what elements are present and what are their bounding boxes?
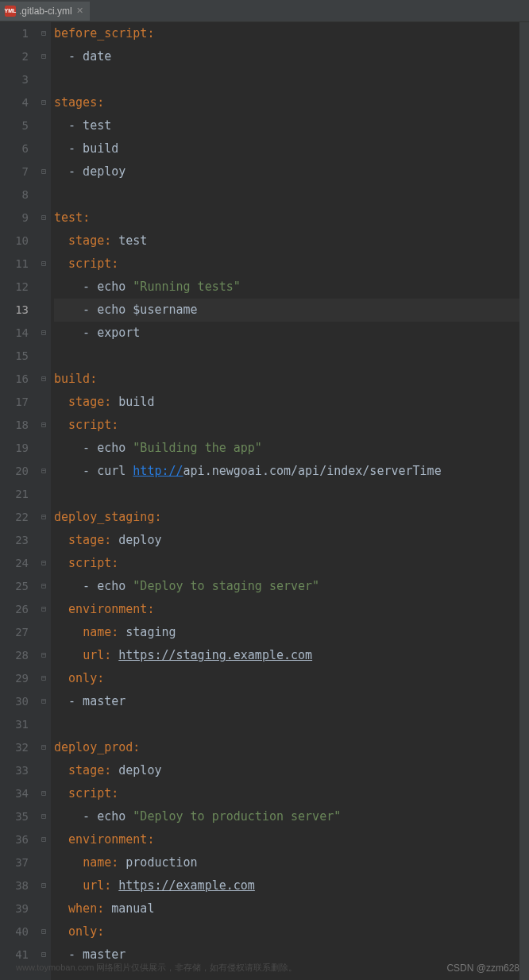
line-number: 8: [0, 183, 29, 206]
code-line[interactable]: [54, 68, 529, 91]
line-number: 26: [0, 598, 29, 621]
line-number: 28: [0, 644, 29, 667]
code-line[interactable]: before_script:: [54, 22, 529, 45]
code-line[interactable]: - master: [54, 690, 529, 713]
fold-close-icon[interactable]: ⊟: [40, 651, 48, 659]
line-number: 36: [0, 828, 29, 851]
fold-open-icon[interactable]: ⊟: [40, 605, 48, 613]
code-line[interactable]: stage: deploy: [54, 759, 529, 782]
fold-open-icon[interactable]: ⊟: [40, 214, 48, 222]
code-line[interactable]: script:: [54, 552, 529, 575]
fold-open-icon[interactable]: ⊟: [40, 513, 48, 521]
fold-open-icon[interactable]: ⊟: [40, 835, 48, 843]
line-number: 14: [0, 322, 29, 345]
line-number: 5: [0, 114, 29, 137]
fold-open-icon[interactable]: ⊟: [40, 375, 48, 383]
code-line[interactable]: url: https://example.com: [54, 874, 529, 897]
fold-open-icon[interactable]: ⊟: [40, 98, 48, 106]
fold-open-icon[interactable]: ⊟: [40, 789, 48, 797]
line-number: 24: [0, 552, 29, 575]
code-line[interactable]: test:: [54, 206, 529, 230]
line-number: 2: [0, 45, 29, 68]
code-line[interactable]: - curl http://api.newgoai.com/api/index/…: [54, 460, 529, 483]
code-line[interactable]: - export: [54, 322, 529, 345]
line-number: 18: [0, 414, 29, 437]
code-line[interactable]: build:: [54, 368, 529, 391]
fold-close-icon[interactable]: ⊟: [40, 329, 48, 337]
code-line[interactable]: stage: test: [54, 230, 529, 253]
line-number: 10: [0, 230, 29, 253]
line-number: 17: [0, 391, 29, 414]
code-line[interactable]: only:: [54, 667, 529, 690]
line-number: 30: [0, 690, 29, 713]
code-line[interactable]: [54, 183, 529, 206]
code-editor[interactable]: 1234567891011121314151617181920212223242…: [0, 22, 529, 980]
fold-close-icon[interactable]: ⊟: [40, 168, 48, 176]
code-line[interactable]: - echo "Deploy to staging server": [54, 575, 529, 598]
fold-open-icon[interactable]: ⊟: [40, 260, 48, 268]
close-icon[interactable]: ✕: [75, 6, 85, 16]
line-number: 33: [0, 759, 29, 782]
code-line[interactable]: environment:: [54, 828, 529, 851]
code-line[interactable]: when: manual: [54, 897, 529, 920]
code-line[interactable]: script:: [54, 253, 529, 276]
fold-close-icon[interactable]: ⊟: [40, 882, 48, 889]
code-line[interactable]: stages:: [54, 91, 529, 114]
code-line[interactable]: - test: [54, 114, 529, 137]
fold-gutter[interactable]: ⊟⊟⊟⊟⊟⊟⊟⊟⊟⊟⊟⊟⊟⊟⊟⊟⊟⊟⊟⊟⊟⊟⊟⊟: [38, 22, 51, 980]
code-area[interactable]: before_script: - date stages: - test - b…: [51, 22, 529, 980]
code-line[interactable]: name: staging: [54, 621, 529, 644]
fold-open-icon[interactable]: ⊟: [40, 674, 48, 682]
line-number: 21: [0, 483, 29, 506]
code-line[interactable]: - echo $username: [54, 299, 529, 322]
watermark-text-2: www.toymoban.com 网络图片仅供展示，非存储，如有侵权请联系删除。: [16, 962, 297, 974]
fold-close-icon[interactable]: ⊟: [40, 52, 48, 60]
fold-close-icon[interactable]: ⊟: [40, 951, 48, 959]
fold-close-icon[interactable]: ⊟: [40, 467, 48, 475]
code-line[interactable]: only:: [54, 920, 529, 943]
fold-close-icon[interactable]: ⊟: [40, 812, 48, 820]
line-number-gutter: 1234567891011121314151617181920212223242…: [0, 22, 38, 980]
code-line[interactable]: - date: [54, 45, 529, 68]
code-line[interactable]: [54, 345, 529, 368]
code-line[interactable]: stage: build: [54, 391, 529, 414]
fold-close-icon[interactable]: ⊟: [40, 697, 48, 705]
code-line[interactable]: - deploy: [54, 160, 529, 183]
code-line[interactable]: deploy_prod:: [54, 736, 529, 759]
tab-bar: YML .gitlab-ci.yml ✕: [0, 0, 529, 22]
code-line[interactable]: name: production: [54, 851, 529, 874]
code-line[interactable]: environment:: [54, 598, 529, 621]
code-line[interactable]: url: https://staging.example.com: [54, 644, 529, 667]
code-line[interactable]: deploy_staging:: [54, 506, 529, 529]
line-number: 31: [0, 713, 29, 736]
line-number: 38: [0, 874, 29, 897]
code-line[interactable]: [54, 483, 529, 506]
line-number: 40: [0, 920, 29, 943]
fold-open-icon[interactable]: ⊟: [40, 743, 48, 751]
code-line[interactable]: [54, 713, 529, 736]
code-line[interactable]: script:: [54, 414, 529, 437]
code-line[interactable]: - build: [54, 137, 529, 160]
file-tab[interactable]: YML .gitlab-ci.yml ✕: [0, 2, 90, 21]
code-line[interactable]: stage: deploy: [54, 529, 529, 552]
code-line[interactable]: - echo "Deploy to production server": [54, 805, 529, 828]
fold-open-icon[interactable]: ⊟: [40, 559, 48, 567]
fold-open-icon[interactable]: ⊟: [40, 928, 48, 936]
line-number: 23: [0, 529, 29, 552]
line-number: 1: [0, 22, 29, 45]
line-number: 7: [0, 160, 29, 183]
line-number: 16: [0, 368, 29, 391]
line-number: 29: [0, 667, 29, 690]
code-line[interactable]: - echo "Building the app": [54, 437, 529, 460]
scrollbar-track[interactable]: [519, 22, 529, 980]
line-number: 27: [0, 621, 29, 644]
code-line[interactable]: script:: [54, 782, 529, 805]
line-number: 35: [0, 805, 29, 828]
fold-open-icon[interactable]: ⊟: [40, 421, 48, 429]
fold-open-icon[interactable]: ⊟: [40, 29, 48, 37]
yml-file-icon: YML: [5, 6, 16, 17]
fold-close-icon[interactable]: ⊟: [40, 582, 48, 590]
line-number: 15: [0, 345, 29, 368]
code-line[interactable]: - echo "Running tests": [54, 276, 529, 299]
line-number: 12: [0, 276, 29, 299]
